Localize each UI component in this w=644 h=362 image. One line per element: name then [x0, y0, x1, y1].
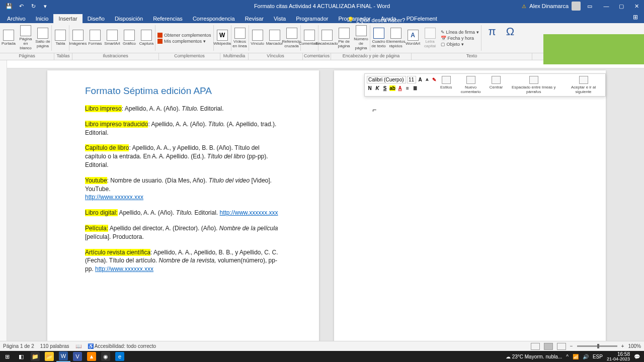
page-1[interactable]: Formato Séptima edición APA Libro impres…	[47, 70, 319, 347]
imagenes-button[interactable]: Imágenes	[69, 23, 87, 53]
accessibility-status[interactable]: ♿ Accesibilidad: todo correcto	[88, 343, 156, 349]
italic-button[interactable]: K	[374, 85, 380, 91]
tabla-button[interactable]: Tabla	[52, 23, 69, 53]
tab-revisar[interactable]: Revisar	[240, 14, 269, 23]
tab-insertar[interactable]: Insertar	[53, 14, 82, 23]
warning-icon: ⚠	[522, 4, 526, 9]
numero-pagina-button[interactable]: Número de página	[353, 23, 370, 53]
font-color-button[interactable]: A	[397, 85, 403, 91]
mini-size-input[interactable]	[407, 76, 416, 83]
tray-chevron-icon[interactable]: ^	[566, 354, 569, 359]
close-button[interactable]: ✕	[629, 0, 644, 12]
redo-icon[interactable]: ↻	[29, 2, 37, 10]
language-indicator[interactable]: ESP	[593, 354, 603, 359]
tab-programador[interactable]: Programador	[291, 14, 333, 23]
captura-button[interactable]: Captura	[138, 23, 155, 53]
weather-widget[interactable]: ☁ 23°C Mayorm. nubla...	[506, 354, 562, 359]
referencia-cruzada-button[interactable]: Referencia cruzada	[283, 23, 300, 53]
encabezado-button[interactable]: Encabezado	[318, 23, 336, 53]
simbolo-icon[interactable]: Ω	[503, 25, 518, 51]
page-indicator[interactable]: Página 1 de 2	[3, 343, 34, 349]
mini-estilos[interactable]: Estilos	[438, 75, 454, 95]
mini-espaciado[interactable]: Espaciado entre líneas y párrafos	[505, 75, 562, 95]
network-icon[interactable]: 📶	[573, 354, 579, 359]
maximize-button[interactable]: ▢	[614, 0, 629, 12]
vlc-icon[interactable]: ▲	[85, 351, 99, 362]
tab-vista[interactable]: Vista	[269, 14, 291, 23]
read-mode-button[interactable]	[531, 343, 540, 350]
tab-diseno[interactable]: Diseño	[83, 14, 110, 23]
shrink-font-icon[interactable]: A	[424, 77, 430, 82]
bold-button[interactable]: N	[367, 85, 373, 91]
elementos-rapidos-button[interactable]: Elementos rápidos	[387, 23, 405, 53]
clock-date[interactable]: 21-04-2023	[607, 357, 630, 361]
clock-time[interactable]: 16:58	[607, 352, 630, 357]
underline-button[interactable]: S	[382, 85, 388, 91]
obtener-complementos-button[interactable]: Obtener complementos	[157, 33, 211, 38]
numbering-button[interactable]: ≣	[412, 85, 418, 91]
mini-centrar[interactable]: Centrar	[488, 75, 505, 95]
visio-icon[interactable]: V	[70, 351, 85, 362]
wordart-button[interactable]: AWordArt	[405, 23, 422, 53]
letra-capital-button[interactable]: Letra capital	[422, 23, 439, 53]
print-layout-button[interactable]	[544, 343, 553, 350]
tell-me-search[interactable]: 💡 ¿Qué desea hacer?	[347, 17, 405, 23]
volume-icon[interactable]: 🔊	[583, 354, 589, 359]
mini-nuevo-comentario[interactable]: Nuevo comentario	[454, 75, 488, 95]
marcador-button[interactable]: Marcador	[266, 23, 283, 53]
zoom-out-button[interactable]: −	[570, 343, 573, 349]
share-icon[interactable]: ⊞	[633, 14, 640, 21]
word-count[interactable]: 110 palabras	[40, 343, 69, 349]
objeto-button[interactable]: ▢ Objeto ▾	[441, 42, 479, 47]
taskbar-app-1[interactable]: 📁	[28, 351, 42, 362]
file-explorer-icon[interactable]: 📂	[42, 351, 56, 362]
tab-referencias[interactable]: Referencias	[148, 14, 188, 23]
zoom-in-button[interactable]: +	[621, 343, 624, 349]
salto-pagina-button[interactable]: Salto de página	[34, 23, 51, 53]
user-badge[interactable]: ⚠ Alex Dinamarca	[522, 2, 581, 11]
grow-font-icon[interactable]: A	[417, 77, 423, 82]
mini-font-input[interactable]	[367, 76, 406, 83]
highlight-button[interactable]: ab	[389, 85, 395, 91]
fecha-hora-button[interactable]: 📅 Fecha y hora	[441, 36, 479, 41]
ecuacion-icon[interactable]: π	[485, 25, 500, 51]
portada-button[interactable]: Portada	[0, 23, 17, 53]
qat-more-icon[interactable]: ▾	[41, 2, 49, 10]
comentario-button[interactable]: Comentario	[301, 23, 318, 53]
format-painter-icon[interactable]: ✎	[431, 77, 437, 82]
videos-button[interactable]: Vídeos en línea	[231, 23, 249, 53]
page-2[interactable]: A A ✎ N K S ab A ≡ ≣ Estilos Nuevo	[334, 70, 606, 347]
pie-pagina-button[interactable]: Pie de página	[336, 23, 353, 53]
zoom-slider[interactable]	[577, 345, 617, 347]
save-icon[interactable]: 💾	[5, 2, 13, 10]
pagina-blanco-button[interactable]: Página en blanco	[17, 23, 34, 53]
cuadro-texto-button[interactable]: Cuadro de texto	[370, 23, 387, 53]
notification-banner[interactable]	[543, 34, 644, 64]
spell-check-icon[interactable]: 📖	[75, 343, 82, 349]
mini-aceptar[interactable]: Aceptar e ir al siguiente	[562, 75, 604, 95]
bullets-button[interactable]: ≡	[405, 85, 411, 91]
web-layout-button[interactable]	[557, 343, 566, 350]
tab-disposicion[interactable]: Disposición	[110, 14, 148, 23]
tab-correspondencia[interactable]: Correspondencia	[188, 14, 240, 23]
undo-icon[interactable]: ↶	[17, 2, 25, 10]
zoom-level[interactable]: 100%	[628, 343, 641, 349]
vinculo-button[interactable]: Vínculo	[249, 23, 266, 53]
minimize-button[interactable]: ―	[599, 0, 614, 12]
tab-inicio[interactable]: Inicio	[31, 14, 54, 23]
grafico-button[interactable]: Gráfico	[121, 23, 138, 53]
notifications-icon[interactable]: 💬	[634, 354, 640, 359]
task-view-icon[interactable]: ◧	[14, 351, 28, 362]
mis-complementos-button[interactable]: Mis complementos ▾	[157, 39, 211, 44]
start-button[interactable]: ⊞	[0, 351, 14, 362]
tab-archivo[interactable]: Archivo	[2, 14, 31, 23]
word-icon[interactable]: W	[56, 351, 70, 362]
edge-icon[interactable]: e	[113, 351, 127, 362]
smartart-button[interactable]: SmartArt	[104, 23, 121, 53]
wikipedia-button[interactable]: WWikipedia	[214, 23, 231, 53]
linea-firma-button[interactable]: ✎ Línea de firma ▾	[441, 30, 479, 35]
formas-button[interactable]: Formas	[87, 23, 104, 53]
chrome-icon[interactable]: ◉	[99, 351, 113, 362]
ribbon-display-icon[interactable]: ▭	[586, 2, 594, 10]
tab-pdfelement[interactable]: PDFelement	[401, 14, 442, 23]
